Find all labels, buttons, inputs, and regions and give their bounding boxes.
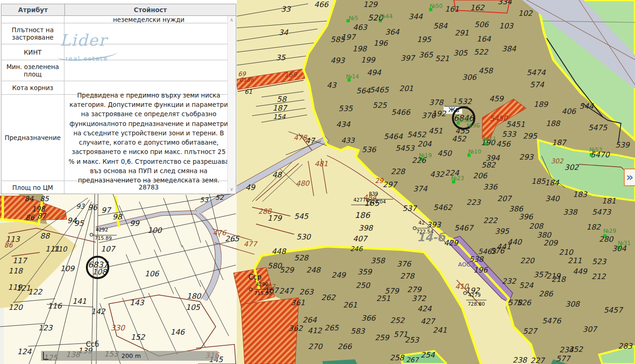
- parcel-number: 103: [499, 21, 514, 30]
- parcel-number: 195: [417, 35, 431, 44]
- parcel-number: 397: [401, 54, 416, 63]
- parcel-number: 180: [187, 292, 202, 301]
- parcel-number: 162: [470, 3, 485, 12]
- parcel-number: 95: [74, 219, 84, 228]
- parcel-number: 210: [559, 248, 574, 257]
- parcel-number: 182: [586, 223, 601, 231]
- survey-point-label: №19: [419, 152, 432, 159]
- parcel-number: 535: [339, 104, 353, 113]
- parcel-number: 228: [391, 167, 406, 176]
- parcel-number: 120: [8, 303, 23, 312]
- parcel-number: 279: [407, 285, 422, 294]
- parcel-number: 181: [602, 196, 616, 205]
- parcel-number: 291: [455, 28, 469, 37]
- parcel-number: 197: [341, 33, 356, 42]
- parcel-number: 116: [48, 301, 63, 310]
- parcel-number: 146: [170, 328, 185, 336]
- parcel-number: 183: [573, 190, 588, 199]
- parcel-number: 306: [462, 73, 477, 82]
- parcel-number: 286: [539, 289, 554, 298]
- parcel-number: 141: [72, 297, 87, 306]
- double-chevron-right-icon: »: [626, 171, 634, 184]
- parcel-number: 123: [38, 323, 53, 332]
- parcel-number: 96: [88, 203, 98, 212]
- parcel-number: 250: [356, 281, 371, 290]
- parcel-number: 5466: [391, 108, 411, 117]
- parcel-number: 4277: [353, 197, 366, 203]
- attr-label: Мин. озеленена площ: [1, 60, 64, 81]
- parcel-number: 412: [308, 326, 323, 335]
- parcel-number: 293: [519, 153, 534, 161]
- parcel-number: 118: [8, 266, 23, 275]
- parcel-number: 187: [273, 104, 288, 112]
- parcel-number: 361: [291, 298, 305, 307]
- survey-point-label: №23: [451, 175, 464, 182]
- parcel-number: 5462: [433, 203, 453, 212]
- clipped-value: неземеделски нужди: [64, 16, 236, 23]
- parcel-number: 336: [483, 182, 498, 191]
- parcel-number: 537: [402, 204, 417, 213]
- parcel-number: 110: [54, 245, 68, 253]
- parcel-number: 584: [433, 21, 448, 30]
- parcel-number: 198: [353, 44, 367, 53]
- parcel-number: 192: [432, 109, 447, 118]
- scroll-up-icon[interactable]: ∧: [228, 16, 235, 24]
- parcel-number: 161: [445, 5, 459, 14]
- parcel-number: 154: [273, 113, 286, 120]
- survey-point-label: №11: [483, 136, 496, 142]
- parcel-number: 839: [369, 191, 378, 196]
- parcel-number: 122: [28, 287, 43, 296]
- parcel-number: 251: [376, 294, 391, 303]
- parcel-number: 577: [556, 354, 571, 363]
- attr-value: [64, 44, 236, 60]
- parcel-number: 220: [520, 256, 535, 265]
- parcel-number: 297: [383, 180, 398, 189]
- parcel-number: 334: [498, 0, 512, 6]
- parcel-number: 340: [545, 194, 560, 203]
- expand-panel-button[interactable]: »: [624, 168, 635, 186]
- parcel-number: 199: [361, 56, 376, 64]
- parcel-number: 223: [466, 198, 481, 207]
- parcel-number: 395: [495, 227, 509, 236]
- survey-point-label: №29: [603, 228, 616, 234]
- parcel-number: 458: [479, 66, 494, 75]
- parcel-number: 545: [294, 212, 309, 221]
- parcel-number: 481: [315, 160, 328, 168]
- table-row: Предназначение Предвидена е предимно вър…: [1, 95, 236, 181]
- parcel-number: 61: [245, 88, 253, 95]
- parcel-number: 530: [296, 232, 311, 241]
- parcel-number: 5465: [370, 85, 389, 94]
- parcel-number: 100: [148, 226, 162, 235]
- parcel-number: 4290: [256, 281, 268, 287]
- parcel-number: 564: [356, 86, 371, 95]
- parcel-number: 207: [497, 194, 512, 203]
- attribute-panel: Атрибут Стойност неземеделски нужди Плът…: [0, 0, 237, 192]
- parcel-number: 124: [17, 347, 32, 356]
- parcel-number: 212: [592, 272, 607, 281]
- parcel-number: 254: [421, 350, 435, 359]
- parcel-number: 107: [101, 245, 116, 253]
- scroll-down-icon[interactable]: ∨: [228, 185, 235, 193]
- parcel-number: 451: [429, 126, 443, 135]
- parcel-number: 85: [40, 195, 49, 203]
- parcel-number: 305: [453, 49, 468, 57]
- table-scrollbar[interactable]: ∧ ∨: [227, 16, 235, 193]
- parcel-number: Жв: [448, 106, 459, 113]
- parcel-number: 98: [113, 212, 123, 221]
- attr-value: [64, 23, 236, 44]
- parcel-number: 142: [91, 307, 106, 316]
- parcel-number: 393: [427, 220, 442, 229]
- attribute-table: Атрибут Стойност неземеделски нужди Плът…: [1, 4, 236, 194]
- parcel-number: 264: [303, 315, 317, 324]
- parcel-number: 209: [543, 238, 558, 247]
- survey-point-label: №53: [589, 147, 602, 153]
- parcel-number: 29: [375, 177, 384, 184]
- parcel-number: 185: [531, 177, 546, 186]
- parcel-number: 522: [474, 48, 489, 56]
- parcel-number: 574: [530, 80, 544, 89]
- parcel-number: 280: [599, 235, 614, 244]
- parcel-number: 4292: [96, 227, 108, 232]
- parcel-number: 43: [327, 81, 337, 90]
- table-body: неземеделски нужди Плътност на застроява…: [1, 16, 236, 194]
- parcel-number: 117: [13, 256, 28, 265]
